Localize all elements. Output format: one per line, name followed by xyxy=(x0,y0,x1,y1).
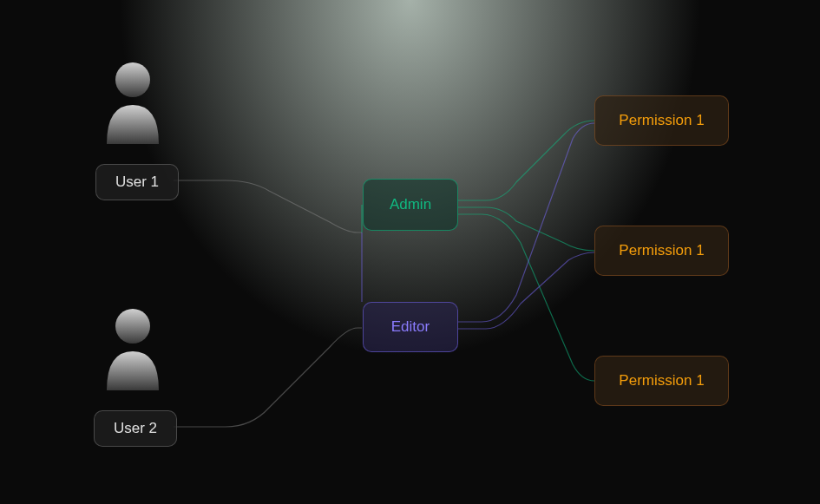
permission-label: Permission 1 xyxy=(619,242,704,259)
diagram-canvas: User 1 User 2 Admin Editor Permission 1 … xyxy=(0,0,820,504)
user-icon xyxy=(98,57,167,144)
role-node-editor: Editor xyxy=(363,302,458,352)
user-label: User 2 xyxy=(114,420,157,437)
svg-point-1 xyxy=(115,309,150,344)
role-label: Editor xyxy=(391,318,430,336)
role-label: Admin xyxy=(390,196,431,213)
user-node-1: User 1 xyxy=(95,164,179,200)
permission-label: Permission 1 xyxy=(619,372,704,389)
user-node-2: User 2 xyxy=(94,410,177,447)
role-node-admin: Admin xyxy=(363,179,458,231)
permission-node-1: Permission 1 xyxy=(594,95,729,146)
svg-point-0 xyxy=(115,62,150,97)
permission-node-2: Permission 1 xyxy=(594,226,729,276)
permission-label: Permission 1 xyxy=(619,112,704,129)
user-label: User 1 xyxy=(115,173,159,191)
permission-node-3: Permission 1 xyxy=(594,356,729,406)
user-icon xyxy=(98,304,167,390)
